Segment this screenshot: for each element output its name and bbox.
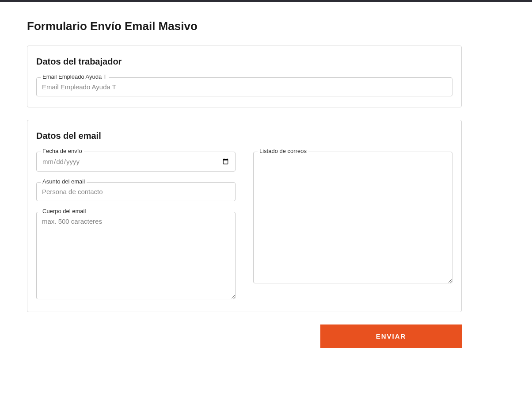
worker-data-title: Datos del trabajador — [36, 57, 452, 67]
left-column: Fecha de envío Asunto del email Cuerpo d… — [36, 152, 236, 301]
subject-input[interactable] — [36, 182, 236, 201]
email-list-field-wrapper: Listado de correos — [253, 152, 452, 285]
worker-data-card: Datos del trabajador Email Empleado Ayud… — [27, 46, 462, 107]
email-data-title: Datos del email — [36, 131, 452, 141]
body-textarea[interactable] — [36, 212, 236, 299]
right-column: Listado de correos — [253, 152, 452, 301]
send-date-field-wrapper: Fecha de envío — [36, 152, 236, 172]
page-title: Formulario Envío Email Masivo — [27, 19, 462, 33]
button-row: ENVIAR — [27, 324, 462, 348]
body-field-wrapper: Cuerpo del email — [36, 212, 236, 301]
send-date-input[interactable] — [36, 152, 236, 172]
employee-email-field-wrapper: Email Empleado Ayuda T — [36, 77, 452, 96]
employee-email-label: Email Empleado Ayuda T — [41, 73, 109, 80]
employee-email-input[interactable] — [36, 77, 452, 96]
email-list-textarea[interactable] — [253, 152, 452, 283]
submit-button[interactable]: ENVIAR — [320, 324, 462, 348]
email-data-card: Datos del email Fecha de envío Asunto de… — [27, 120, 462, 312]
subject-label: Asunto del email — [41, 178, 87, 185]
subject-field-wrapper: Asunto del email — [36, 182, 236, 201]
body-label: Cuerpo del email — [41, 208, 87, 214]
send-date-label: Fecha de envío — [41, 148, 84, 154]
email-list-label: Listado de correos — [258, 148, 308, 154]
